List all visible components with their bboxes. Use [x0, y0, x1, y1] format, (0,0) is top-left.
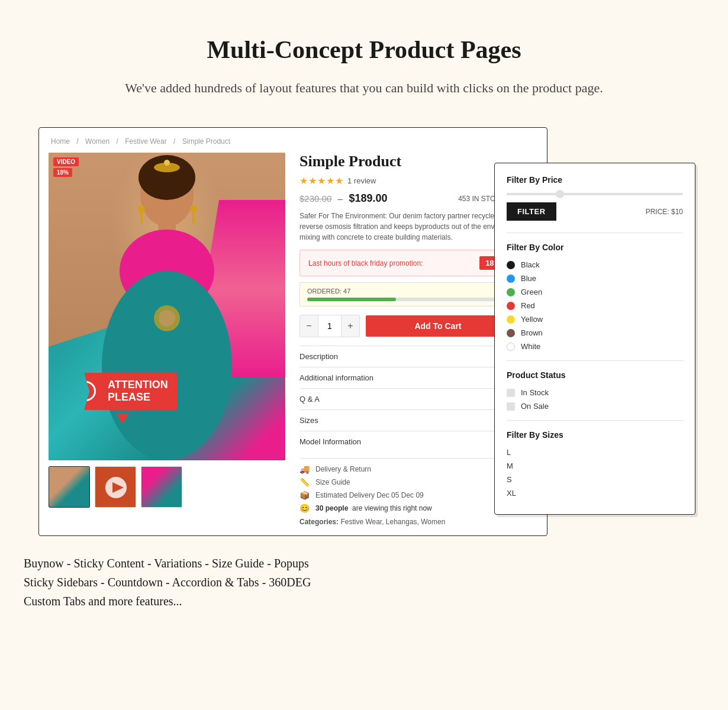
thumb2-icon [95, 467, 136, 508]
status-on-sale[interactable]: On Sale [507, 402, 683, 411]
checkbox-on-sale[interactable] [507, 402, 515, 411]
thumb-img-2 [95, 467, 136, 507]
woman-svg [49, 153, 285, 460]
breadcrumb-women[interactable]: Women [85, 137, 109, 146]
thumbnails [49, 466, 285, 508]
viewers-icon: 😊 [299, 504, 310, 513]
progress-bar-fill [307, 298, 396, 301]
checkbox-in-stock[interactable] [507, 389, 515, 397]
video-badge: VIDEO [53, 157, 79, 166]
thumb-1[interactable] [49, 466, 90, 508]
filter-button[interactable]: FILTER [507, 202, 556, 221]
sizes-list: L M S XL [507, 448, 683, 498]
color-dot-red [507, 302, 515, 310]
qty-minus-button[interactable]: − [300, 315, 318, 337]
thumb-img-1 [49, 467, 89, 507]
svg-rect-11 [192, 212, 195, 223]
demo-container: Home / Women / Festive Wear / Simple Pro… [38, 127, 690, 536]
price-dash: – [338, 193, 343, 204]
color-label-blue: Blue [521, 274, 536, 283]
color-dot-black [507, 261, 515, 269]
filter-sizes-title: Filter By Sizes [507, 430, 683, 440]
status-in-stock[interactable]: In Stock [507, 388, 683, 397]
divider-3 [507, 420, 683, 421]
page-subtitle: We've added hundreds of layout features … [24, 78, 704, 98]
product-card: Home / Women / Festive Wear / Simple Pro… [38, 127, 547, 536]
color-label-green: Green [521, 288, 542, 296]
color-list: Black Blue Green Red Yellow [507, 260, 683, 351]
size-M[interactable]: M [507, 462, 683, 470]
price-slider-fill [507, 193, 559, 195]
ordered-label: ORDERED: 47 [307, 288, 350, 295]
color-dot-blue [507, 275, 515, 283]
color-label-brown: Brown [521, 328, 543, 337]
sizeguide-text: Size Guide [315, 478, 350, 486]
color-label-red: Red [521, 301, 535, 310]
percent-badge: 18% [53, 168, 72, 177]
categories-row: Categories: Festive Wear, Lehangas, Wome… [299, 518, 537, 526]
price-slider[interactable] [507, 193, 683, 195]
estimated-icon: 📦 [299, 490, 310, 500]
color-label-yellow: Yellow [521, 315, 543, 324]
delivery-text: Delivery & Return [315, 465, 371, 473]
price-new: $189.00 [349, 192, 387, 204]
color-dot-brown [507, 329, 515, 337]
countdown-label: Last hours of black friday promotion: [308, 259, 423, 267]
categories-value[interactable]: Festive Wear, Lehangas, Women [340, 518, 445, 526]
thumb-2[interactable] [95, 466, 136, 508]
size-L[interactable]: L [507, 448, 683, 457]
review-count[interactable]: 1 review [347, 176, 376, 185]
breadcrumb-current: Simple Product [182, 137, 230, 146]
price-slider-section: Filter By Price FILTER PRICE: $10 [507, 175, 683, 221]
size-S[interactable]: S [507, 475, 683, 484]
color-item-black[interactable]: Black [507, 260, 683, 269]
color-item-green[interactable]: Green [507, 288, 683, 296]
attention-line1: ATTENTION [108, 379, 168, 390]
footer-line1: Buynow - Sticky Content - Variations - S… [24, 557, 309, 570]
attention-line2: PLEASE [108, 391, 150, 403]
stars: ★★★★★ [299, 175, 344, 186]
product-image [49, 153, 285, 460]
qty-control: − + [299, 315, 360, 337]
status-label-on-sale: On Sale [521, 402, 549, 411]
add-to-cart-button[interactable]: Add To Cart [366, 315, 510, 337]
filter-color-title: Filter By Color [507, 243, 683, 252]
divider-2 [507, 360, 683, 361]
footer-features: Buynow - Sticky Content - Variations - S… [24, 554, 704, 611]
attention-tail [117, 414, 128, 424]
svg-point-8 [138, 205, 145, 212]
breadcrumb-home[interactable]: Home [51, 137, 70, 146]
viewers-text: 30 people are viewing this right now [315, 504, 432, 512]
page-wrapper: Multi-Concept Product Pages We've added … [0, 0, 728, 634]
filter-card: Filter By Price FILTER PRICE: $10 Filter… [494, 163, 695, 515]
qty-input[interactable] [318, 315, 342, 337]
color-item-white[interactable]: White [507, 342, 683, 351]
page-title: Multi-Concept Product Pages [24, 36, 704, 64]
qty-plus-button[interactable]: + [342, 315, 359, 337]
color-dot-yellow [507, 315, 515, 324]
filter-price-title: Filter By Price [507, 175, 683, 185]
categories-label: Categories: [299, 518, 339, 526]
color-dot-green [507, 288, 515, 296]
sizeguide-icon: 📏 [299, 477, 310, 487]
estimated-text: Estimated Delivery Dec 05 Dec 09 [315, 491, 424, 499]
footer-line3: Custom Tabs and more features... [24, 595, 182, 608]
color-item-yellow[interactable]: Yellow [507, 315, 683, 324]
color-item-brown[interactable]: Brown [507, 328, 683, 337]
color-item-blue[interactable]: Blue [507, 274, 683, 283]
delivery-icon: 🚚 [299, 464, 310, 474]
divider-1 [507, 233, 683, 233]
status-list: In Stock On Sale [507, 388, 683, 411]
thumb-3[interactable] [141, 466, 182, 508]
svg-point-7 [102, 271, 232, 460]
slider-thumb[interactable] [556, 190, 564, 198]
breadcrumb-festive[interactable]: Festive Wear [125, 137, 166, 146]
status-label-in-stock: In Stock [521, 388, 549, 397]
color-item-red[interactable]: Red [507, 301, 683, 310]
attention-badge: ATTENTION PLEASE [84, 373, 178, 410]
svg-point-13 [159, 310, 175, 327]
size-XL[interactable]: XL [507, 489, 683, 498]
color-dot-white [507, 343, 515, 351]
svg-point-3 [164, 160, 170, 166]
thumb-img-3 [141, 467, 182, 507]
